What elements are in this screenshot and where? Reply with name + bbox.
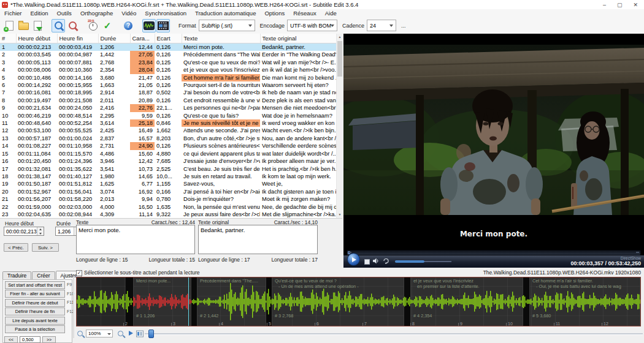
table-row[interactable]: 400:00:08,00600:00:10,3602,35428,040,126… <box>0 66 336 74</box>
zoom-in-icon[interactable] <box>118 331 123 336</box>
replace-icon[interactable] <box>66 19 79 32</box>
definir-l-heure-de-fin-button[interactable]: Définir l'heure de fin <box>5 307 65 315</box>
column-header-duree[interactable]: Durée <box>98 34 130 43</box>
find-icon[interactable] <box>52 19 65 32</box>
volume-icon[interactable] <box>373 258 380 264</box>
video-player[interactable]: Merci mon pote. DirectShow 00:00:03,357 … <box>343 34 644 268</box>
menu-item-orthographe[interactable]: Orthographe <box>76 10 117 17</box>
text-editor[interactable]: Merci mon pote. <box>76 225 195 254</box>
column-header-texte-original[interactable]: Texte original <box>260 34 336 43</box>
cell-start: 00:01:50,187 <box>16 180 57 187</box>
table-row[interactable]: 2100:01:56,20700:01:58,2202,0139,940,780… <box>0 195 336 203</box>
table-row[interactable]: 1000:00:46,21900:00:48,5142,2959,590,126… <box>0 112 336 119</box>
table-row[interactable]: 1700:01:32,08100:01:35,6223,54110,732,52… <box>0 165 336 173</box>
menu-item-options[interactable]: Options <box>260 10 289 17</box>
tab-creer[interactable]: Créer <box>32 271 55 280</box>
spell-check-icon[interactable]: ✓ <box>101 19 114 32</box>
karaoke-icon[interactable] <box>136 330 144 337</box>
menu-item-fichier[interactable]: Fichier <box>0 10 26 17</box>
follow-playback-checkbox[interactable]: ✓ <box>76 270 82 276</box>
repeat-icon[interactable] <box>383 258 389 264</box>
table-row[interactable]: 1300:00:57,18700:01:00,0242,83716,578,20… <box>0 135 336 142</box>
more-button[interactable]: ... <box>401 23 406 29</box>
framerate-combo[interactable]: 24 <box>367 20 396 31</box>
table-header-row[interactable]: #Heure débutHeure finDuréeCara...EcartTe… <box>0 34 336 43</box>
table-row[interactable]: 900:00:21,63400:00:24,0502,41622,7622,1.… <box>0 104 336 111</box>
table-row[interactable]: 1100:00:48,64000:00:52,2543,61425,180,84… <box>0 119 336 127</box>
menu-item-aide[interactable]: Aide <box>321 10 341 17</box>
waveform-play-icon[interactable] <box>129 331 133 336</box>
cell-orig: Nee, de gedachte die bij mij o... <box>260 203 336 211</box>
table-row[interactable]: 1500:01:11,08400:01:15,5704,48615,604,88… <box>0 150 336 157</box>
minimize-button[interactable]: – <box>603 2 606 8</box>
table-row[interactable]: 2300:02:04,63500:02:08,9444,30911,149,32… <box>0 211 336 218</box>
next-button[interactable]: Suiv. > <box>32 243 59 252</box>
fixer-fin-aller-au-suivant-button[interactable]: Fixer fin - aller au suivant <box>5 290 65 298</box>
waveform-zoom-combo[interactable]: 100% <box>86 330 113 337</box>
zoom-out-icon[interactable] <box>77 331 83 336</box>
new-file-icon[interactable]: + <box>2 19 16 32</box>
column-header-[interactable]: # <box>0 34 16 43</box>
encoding-combo[interactable]: UTF-8 with BOM <box>287 20 337 31</box>
tab-traduire[interactable]: Traduire <box>2 271 31 280</box>
cell-num: 22 <box>0 203 16 211</box>
table-row[interactable]: 600:00:14,29200:00:15,9551,66321,050,126… <box>0 81 336 89</box>
menu-item-edition[interactable]: Edition <box>26 10 53 17</box>
table-row[interactable]: 2000:01:52,96700:01:56,0413,07416,920,16… <box>0 188 336 195</box>
pause-a-la-selection-button[interactable]: Pause à la sélection <box>5 325 65 333</box>
toggle-video-icon[interactable] <box>142 19 156 32</box>
column-header-texte[interactable]: Texte <box>182 34 260 43</box>
help-icon[interactable]: ? <box>121 19 135 32</box>
close-button[interactable]: ✕ <box>633 2 638 8</box>
seek-bar[interactable] <box>347 250 641 255</box>
nudge-forward-button[interactable]: >> <box>42 336 56 343</box>
previous-button[interactable]: < Préc. <box>4 243 28 252</box>
waveform-position-track[interactable] <box>145 333 643 335</box>
spinner-arrows-icon[interactable] <box>37 227 44 235</box>
table-scrollbar[interactable]: ▲ ▼ <box>336 34 342 218</box>
format-combo[interactable]: SubRip (.srt) <box>199 20 255 31</box>
nudge-back-button[interactable]: << <box>4 336 18 343</box>
set-start-and-offset-the-rest-button[interactable]: Set start and offset the rest <box>5 281 65 289</box>
menu-item-traduction-automatique[interactable]: Traduction automatique <box>191 10 260 17</box>
table-row[interactable]: 500:00:10,48600:00:14,1663,68021,470,126… <box>0 74 336 81</box>
play-button[interactable] <box>347 253 360 266</box>
toggle-waveform-icon[interactable] <box>156 19 170 32</box>
scrollbar-thumb[interactable] <box>337 41 342 77</box>
original-text-editor[interactable]: Bedankt, partner. <box>198 225 318 254</box>
table-row[interactable]: 1600:01:20,45000:01:24,3963,94612,427,68… <box>0 157 336 165</box>
scroll-down-icon[interactable]: ▼ <box>337 211 343 218</box>
nudge-amount-spinner[interactable]: 0,500 <box>20 336 40 343</box>
menu-item-synchronisation[interactable]: Synchronisation <box>140 10 191 17</box>
lire-depuis-avant-texte-button[interactable]: Lire depuis avant texte <box>5 317 65 325</box>
table-row[interactable]: 2200:01:59,00000:02:03,0004,00016,501,63… <box>0 203 336 211</box>
menu-item-video[interactable]: Vidéo <box>117 10 140 17</box>
column-header-ecart[interactable]: Ecart <box>155 34 182 43</box>
table-row[interactable]: 300:00:05,11300:00:07,8812,76823,840,125… <box>0 59 336 66</box>
open-file-icon[interactable] <box>17 19 30 32</box>
table-row[interactable]: 100:00:02,21300:00:03,4191,20612,440,126… <box>0 43 336 51</box>
visual-sync-icon[interactable]: 22:5 <box>86 19 100 32</box>
waveform[interactable]: Merci mon pote...# 1 1,206Précédemment d… <box>76 277 641 326</box>
menu-item-reseaux[interactable]: Réseaux <box>289 10 321 17</box>
column-header-heure-debut[interactable]: Heure début <box>16 34 57 43</box>
table-row[interactable]: 800:00:19,49700:00:21,5082,01120,890,126… <box>0 97 336 104</box>
column-header-cara[interactable]: Cara... <box>130 34 155 43</box>
table-row[interactable]: 700:00:16,08100:00:18,9952,91418,870,502… <box>0 89 336 96</box>
maximize-button[interactable]: ▢ <box>617 2 623 8</box>
definir-l-heure-de-debut-button[interactable]: Définir l'heure de début <box>5 299 65 307</box>
menu-item-outils[interactable]: Outils <box>53 10 76 17</box>
table-row[interactable]: 1400:01:08,22700:01:10,9582,73124,900,12… <box>0 142 336 149</box>
scroll-up-icon[interactable]: ▲ <box>337 34 343 40</box>
column-header-heure-fin[interactable]: Heure fin <box>57 34 98 43</box>
table-row[interactable]: 200:00:03,54500:00:04,9871,44227,050,126… <box>0 51 336 58</box>
table-row[interactable]: 1200:00:53,10000:00:55,5252,42516,491,66… <box>0 127 336 134</box>
save-icon[interactable] <box>31 19 44 32</box>
stop-button[interactable] <box>364 259 370 265</box>
waveform-position-marker[interactable] <box>148 330 154 338</box>
volume-slider[interactable] <box>395 261 451 262</box>
start-time-spinner[interactable]: 00:00:02,213 <box>4 227 44 236</box>
segment-number-label: # 5 3,680 <box>532 313 551 318</box>
table-row[interactable]: 1900:01:50,18700:01:51,8121,6256,771,155… <box>0 180 336 187</box>
table-row[interactable]: 1800:01:38,14700:01:40,1271,98014,6510,0… <box>0 173 336 180</box>
